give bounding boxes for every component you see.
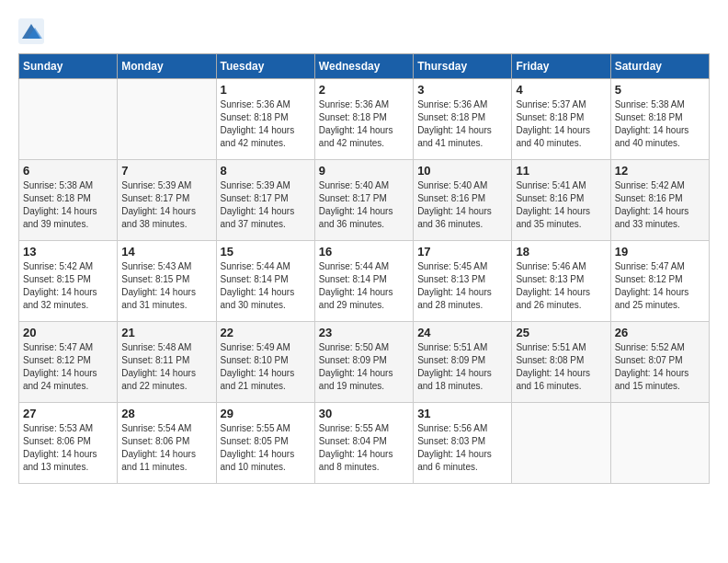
calendar-table: SundayMondayTuesdayWednesdayThursdayFrid… [18, 53, 710, 484]
calendar-cell: 7Sunrise: 5:39 AMSunset: 8:17 PMDaylight… [118, 160, 216, 241]
calendar-cell: 8Sunrise: 5:39 AMSunset: 8:17 PMDaylight… [216, 160, 314, 241]
calendar-cell: 18Sunrise: 5:46 AMSunset: 8:13 PMDayligh… [512, 241, 610, 322]
day-number: 30 [319, 407, 409, 420]
calendar-cell [19, 79, 118, 160]
calendar-cell: 25Sunrise: 5:51 AMSunset: 8:08 PMDayligh… [512, 322, 610, 403]
day-number: 7 [121, 164, 211, 178]
day-number: 6 [23, 164, 113, 178]
day-info: Sunrise: 5:38 AMSunset: 8:18 PMDaylight:… [615, 98, 705, 150]
calendar-cell: 2Sunrise: 5:36 AMSunset: 8:18 PMDaylight… [314, 79, 413, 160]
day-number: 23 [319, 326, 409, 339]
calendar-cell: 15Sunrise: 5:44 AMSunset: 8:14 PMDayligh… [216, 241, 314, 322]
calendar-cell: 3Sunrise: 5:36 AMSunset: 8:18 PMDaylight… [414, 79, 512, 160]
day-info: Sunrise: 5:42 AMSunset: 8:16 PMDaylight:… [615, 179, 705, 231]
weekday-header-row: SundayMondayTuesdayWednesdayThursdayFrid… [19, 54, 710, 79]
calendar-cell [610, 403, 709, 484]
calendar-cell: 4Sunrise: 5:37 AMSunset: 8:18 PMDaylight… [512, 79, 610, 160]
calendar-cell [118, 79, 216, 160]
calendar-cell: 11Sunrise: 5:41 AMSunset: 8:16 PMDayligh… [512, 160, 610, 241]
day-info: Sunrise: 5:42 AMSunset: 8:15 PMDaylight:… [23, 260, 113, 312]
logo-icon [18, 18, 44, 44]
day-number: 22 [221, 326, 311, 339]
day-number: 25 [516, 326, 606, 339]
day-number: 4 [516, 83, 606, 97]
calendar-week-row: 6Sunrise: 5:38 AMSunset: 8:18 PMDaylight… [19, 160, 710, 241]
calendar-cell: 30Sunrise: 5:55 AMSunset: 8:04 PMDayligh… [314, 403, 413, 484]
calendar-cell: 21Sunrise: 5:48 AMSunset: 8:11 PMDayligh… [118, 322, 216, 403]
day-number: 17 [417, 245, 507, 259]
day-number: 9 [319, 164, 409, 178]
calendar-cell: 22Sunrise: 5:49 AMSunset: 8:10 PMDayligh… [216, 322, 314, 403]
day-number: 21 [121, 326, 211, 339]
calendar-week-row: 27Sunrise: 5:53 AMSunset: 8:06 PMDayligh… [19, 403, 710, 484]
day-info: Sunrise: 5:44 AMSunset: 8:14 PMDaylight:… [319, 260, 409, 312]
day-number: 15 [221, 245, 311, 259]
calendar-cell: 23Sunrise: 5:50 AMSunset: 8:09 PMDayligh… [314, 322, 413, 403]
day-number: 19 [615, 245, 705, 259]
day-number: 2 [319, 83, 409, 97]
calendar-cell: 16Sunrise: 5:44 AMSunset: 8:14 PMDayligh… [314, 241, 413, 322]
day-info: Sunrise: 5:44 AMSunset: 8:14 PMDaylight:… [221, 260, 311, 312]
calendar-cell: 10Sunrise: 5:40 AMSunset: 8:16 PMDayligh… [414, 160, 512, 241]
day-info: Sunrise: 5:36 AMSunset: 8:18 PMDaylight:… [221, 98, 311, 150]
calendar-week-row: 1Sunrise: 5:36 AMSunset: 8:18 PMDaylight… [19, 79, 710, 160]
calendar-cell: 20Sunrise: 5:47 AMSunset: 8:12 PMDayligh… [19, 322, 118, 403]
calendar-week-row: 20Sunrise: 5:47 AMSunset: 8:12 PMDayligh… [19, 322, 710, 403]
day-number: 13 [23, 245, 113, 259]
day-info: Sunrise: 5:47 AMSunset: 8:12 PMDaylight:… [615, 260, 705, 312]
day-info: Sunrise: 5:36 AMSunset: 8:18 PMDaylight:… [319, 98, 409, 150]
day-info: Sunrise: 5:56 AMSunset: 8:03 PMDaylight:… [417, 422, 507, 474]
day-info: Sunrise: 5:47 AMSunset: 8:12 PMDaylight:… [23, 341, 113, 393]
calendar-cell: 24Sunrise: 5:51 AMSunset: 8:09 PMDayligh… [414, 322, 512, 403]
day-info: Sunrise: 5:55 AMSunset: 8:04 PMDaylight:… [319, 422, 409, 474]
day-number: 14 [121, 245, 211, 259]
day-info: Sunrise: 5:38 AMSunset: 8:18 PMDaylight:… [23, 179, 113, 231]
page-header [18, 18, 710, 44]
calendar-cell: 6Sunrise: 5:38 AMSunset: 8:18 PMDaylight… [19, 160, 118, 241]
day-info: Sunrise: 5:39 AMSunset: 8:17 PMDaylight:… [221, 179, 311, 231]
calendar-cell: 1Sunrise: 5:36 AMSunset: 8:18 PMDaylight… [216, 79, 314, 160]
day-number: 11 [516, 164, 606, 178]
calendar-cell: 13Sunrise: 5:42 AMSunset: 8:15 PMDayligh… [19, 241, 118, 322]
day-number: 8 [221, 164, 311, 178]
day-number: 28 [121, 407, 211, 420]
day-info: Sunrise: 5:49 AMSunset: 8:10 PMDaylight:… [221, 341, 311, 393]
day-number: 20 [23, 326, 113, 339]
day-number: 31 [417, 407, 507, 420]
day-info: Sunrise: 5:39 AMSunset: 8:17 PMDaylight:… [121, 179, 211, 231]
day-info: Sunrise: 5:52 AMSunset: 8:07 PMDaylight:… [615, 341, 705, 393]
day-info: Sunrise: 5:55 AMSunset: 8:05 PMDaylight:… [221, 422, 311, 474]
day-number: 5 [615, 83, 705, 97]
calendar-week-row: 13Sunrise: 5:42 AMSunset: 8:15 PMDayligh… [19, 241, 710, 322]
day-number: 26 [615, 326, 705, 339]
day-number: 3 [417, 83, 507, 97]
day-info: Sunrise: 5:45 AMSunset: 8:13 PMDaylight:… [417, 260, 507, 312]
day-info: Sunrise: 5:37 AMSunset: 8:18 PMDaylight:… [516, 98, 606, 150]
day-number: 18 [516, 245, 606, 259]
calendar-cell: 28Sunrise: 5:54 AMSunset: 8:06 PMDayligh… [118, 403, 216, 484]
day-number: 24 [417, 326, 507, 339]
day-info: Sunrise: 5:40 AMSunset: 8:16 PMDaylight:… [417, 179, 507, 231]
day-info: Sunrise: 5:48 AMSunset: 8:11 PMDaylight:… [121, 341, 211, 393]
weekday-header-monday: Monday [118, 54, 216, 79]
day-info: Sunrise: 5:46 AMSunset: 8:13 PMDaylight:… [516, 260, 606, 312]
calendar-cell: 31Sunrise: 5:56 AMSunset: 8:03 PMDayligh… [414, 403, 512, 484]
calendar-cell: 19Sunrise: 5:47 AMSunset: 8:12 PMDayligh… [610, 241, 709, 322]
calendar-cell: 12Sunrise: 5:42 AMSunset: 8:16 PMDayligh… [610, 160, 709, 241]
day-info: Sunrise: 5:51 AMSunset: 8:09 PMDaylight:… [417, 341, 507, 393]
day-number: 29 [221, 407, 311, 420]
day-info: Sunrise: 5:50 AMSunset: 8:09 PMDaylight:… [319, 341, 409, 393]
calendar-cell: 9Sunrise: 5:40 AMSunset: 8:17 PMDaylight… [314, 160, 413, 241]
day-info: Sunrise: 5:51 AMSunset: 8:08 PMDaylight:… [516, 341, 606, 393]
day-number: 16 [319, 245, 409, 259]
day-info: Sunrise: 5:54 AMSunset: 8:06 PMDaylight:… [121, 422, 211, 474]
logo [18, 18, 48, 44]
day-info: Sunrise: 5:53 AMSunset: 8:06 PMDaylight:… [23, 422, 113, 474]
weekday-header-tuesday: Tuesday [216, 54, 314, 79]
weekday-header-wednesday: Wednesday [314, 54, 413, 79]
calendar-cell: 5Sunrise: 5:38 AMSunset: 8:18 PMDaylight… [610, 79, 709, 160]
calendar-cell: 27Sunrise: 5:53 AMSunset: 8:06 PMDayligh… [19, 403, 118, 484]
calendar-cell [512, 403, 610, 484]
day-number: 27 [23, 407, 113, 420]
day-number: 1 [221, 83, 311, 97]
